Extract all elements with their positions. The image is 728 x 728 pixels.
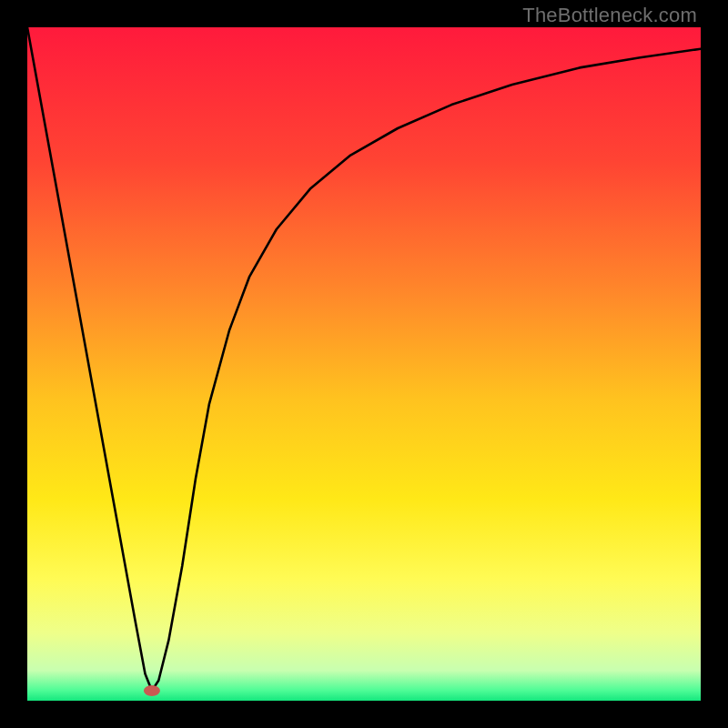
minimum-marker xyxy=(144,685,160,696)
watermark-text: TheBottleneck.com xyxy=(522,4,697,27)
bottleneck-chart xyxy=(27,27,701,701)
chart-background xyxy=(27,27,701,701)
plot-frame xyxy=(27,27,701,701)
